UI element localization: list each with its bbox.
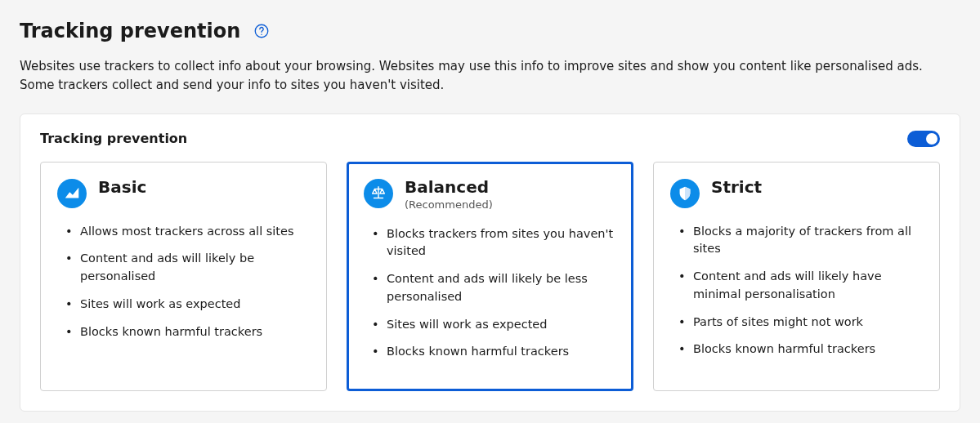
help-icon[interactable] — [253, 23, 270, 39]
list-item: Parts of sites might not work — [670, 314, 923, 332]
list-item: Sites will work as expected — [364, 316, 616, 334]
card-title: Tracking prevention — [40, 131, 187, 146]
section-description: Websites use trackers to collect info ab… — [20, 57, 960, 96]
option-basic[interactable]: Basic Allows most trackers across all si… — [40, 162, 327, 392]
option-basic-bullets: Allows most trackers across all sites Co… — [57, 223, 310, 341]
option-strict[interactable]: Strict Blocks a majority of trackers fro… — [653, 162, 940, 392]
list-item: Allows most trackers across all sites — [57, 223, 310, 241]
option-balanced-bullets: Blocks trackers from sites you haven't v… — [364, 225, 616, 362]
list-item: Content and ads will likely have minimal… — [670, 268, 923, 304]
list-item: Content and ads will likely be personali… — [57, 250, 310, 286]
option-balanced-head: Balanced (Recommended) — [364, 177, 616, 211]
list-item: Blocks known harmful trackers — [57, 323, 310, 341]
toggle-knob — [926, 133, 937, 145]
option-basic-title: Basic — [98, 177, 146, 197]
list-item: Sites will work as expected — [57, 296, 310, 314]
svg-point-1 — [262, 33, 263, 34]
options-row: Basic Allows most trackers across all si… — [40, 162, 940, 392]
card-header: Tracking prevention — [40, 131, 940, 147]
list-item: Content and ads will likely be less pers… — [364, 270, 616, 306]
list-item: Blocks trackers from sites you haven't v… — [364, 225, 616, 261]
option-basic-head: Basic — [57, 177, 310, 208]
option-strict-title: Strict — [711, 177, 762, 197]
basic-level-icon — [57, 179, 87, 208]
tracking-prevention-toggle[interactable] — [907, 131, 940, 147]
option-balanced-title: Balanced — [405, 177, 493, 197]
list-item: Blocks known harmful trackers — [670, 341, 923, 358]
page-header: Tracking prevention — [20, 20, 960, 42]
list-item: Blocks known harmful trackers — [364, 343, 616, 361]
option-balanced-subtitle: (Recommended) — [405, 198, 493, 211]
option-strict-head: Strict — [670, 177, 923, 208]
page-title: Tracking prevention — [20, 20, 240, 42]
list-item: Blocks a majority of trackers from all s… — [670, 223, 923, 259]
option-balanced[interactable]: Balanced (Recommended) Blocks trackers f… — [347, 162, 633, 392]
option-strict-bullets: Blocks a majority of trackers from all s… — [670, 223, 923, 359]
shield-icon — [670, 179, 700, 208]
tracking-prevention-card: Tracking prevention Basic Allows most tr… — [20, 114, 960, 412]
balance-scales-icon — [364, 179, 393, 208]
